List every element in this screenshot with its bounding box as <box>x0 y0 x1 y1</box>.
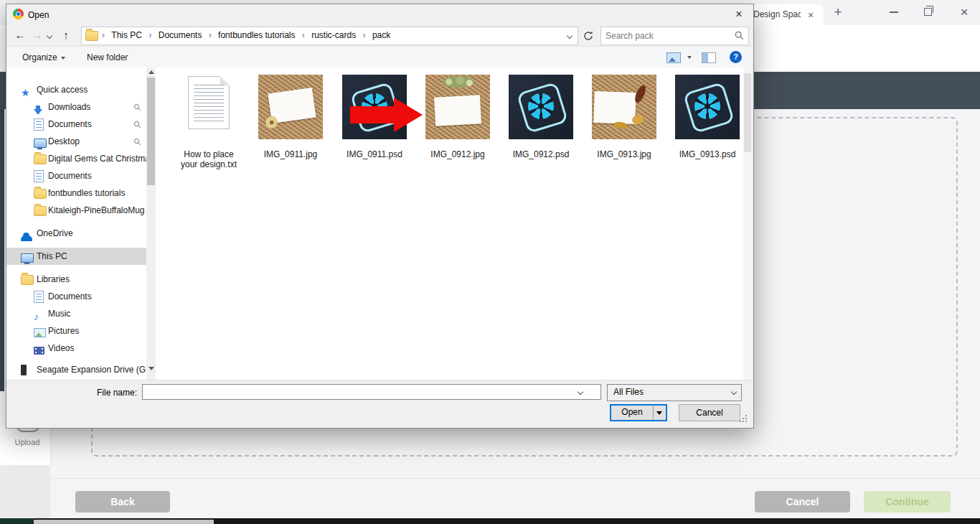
nav-forward-icon[interactable]: → <box>29 27 45 43</box>
breadcrumb-documents[interactable]: Documents <box>156 30 205 40</box>
view-caret-icon[interactable] <box>687 56 692 59</box>
sidebar-item-kitaleigh[interactable]: Kitaleigh-PineBuffaloMug <box>6 202 146 219</box>
file-label: IMG_0913.jpg <box>584 149 664 159</box>
sidebar-item-music[interactable]: ♪ Music <box>6 305 146 322</box>
sidebar-item-libraries[interactable]: Libraries <box>6 271 146 288</box>
navigation-scrollbar[interactable] <box>146 67 156 380</box>
breadcrumb: › This PC › Documents › fontbundles tuto… <box>100 30 393 42</box>
sidebar-item-fontbundles-tutorials[interactable]: fontbundles tutorials <box>6 184 146 202</box>
file-label: IMG_0913.psd <box>667 149 748 159</box>
footer-divider <box>50 478 980 479</box>
file-item-img0912-jpg[interactable]: IMG_0912.jpg <box>418 75 498 218</box>
scrollbar-thumb[interactable] <box>744 73 751 152</box>
sidebar-item-onedrive[interactable]: OneDrive <box>6 225 146 242</box>
help-icon[interactable]: ? <box>730 51 742 63</box>
file-item-img0911-psd[interactable]: IMG_0911.psd <box>334 75 415 218</box>
dialog-cancel-button[interactable]: Cancel <box>679 404 740 421</box>
window-minimize-icon[interactable] <box>890 11 898 13</box>
folder-icon <box>34 153 47 167</box>
red-arrow-annotation <box>350 106 394 123</box>
file-item-img0913-jpg[interactable]: IMG_0913.jpg <box>584 75 664 218</box>
pin-icon <box>133 103 141 111</box>
sidebar-item-desktop[interactable]: Desktop <box>6 133 146 150</box>
recent-locations-chevron-icon[interactable] <box>47 33 52 39</box>
sidebar-item-quick-access[interactable]: ★ Quick access <box>6 81 146 98</box>
view-thumbnails-icon[interactable] <box>666 52 681 63</box>
nav-back-icon[interactable]: ← <box>12 27 28 43</box>
resize-grip[interactable] <box>745 421 747 422</box>
nav-up-icon[interactable]: ↑ <box>58 27 74 43</box>
refresh-icon[interactable] <box>580 27 596 45</box>
sidebar-item-digital-gems[interactable]: Digital Gems Cat Christmas <box>6 150 146 167</box>
upload-label[interactable]: Upload <box>4 438 50 446</box>
dialog-body: ★ Quick access Downloads Documents Deskt… <box>6 67 752 380</box>
file-item-img0911-jpg[interactable]: IMG_0911.jpg <box>250 75 331 218</box>
taskbar-segment <box>34 520 214 524</box>
dialog-close-icon[interactable]: × <box>725 4 753 24</box>
documents-icon <box>34 170 44 184</box>
continue-button[interactable]: Continue <box>864 491 951 513</box>
this-pc-icon <box>21 251 34 265</box>
file-name-label: File name: <box>90 388 137 398</box>
file-label: IMG_0911.psd <box>334 149 415 159</box>
breadcrumb-rustic-cards[interactable]: rustic-cards <box>308 30 359 40</box>
sidebar-item-documents[interactable]: Documents <box>6 116 146 133</box>
breadcrumb-sep-icon: › <box>100 30 106 40</box>
chrome-logo-icon <box>13 9 24 19</box>
navigation-pane: ★ Quick access Downloads Documents Deskt… <box>6 67 146 380</box>
file-type-select[interactable]: All Files <box>607 384 742 401</box>
tab-close-icon[interactable]: × <box>804 8 818 22</box>
breadcrumb-sep-icon: › <box>207 30 213 40</box>
sidebar-item-downloads[interactable]: Downloads <box>6 98 146 116</box>
scrollbar-thumb[interactable] <box>147 78 155 185</box>
cancel-button[interactable]: Cancel <box>755 491 850 513</box>
address-dropdown-chevron-icon[interactable] <box>567 33 573 39</box>
sidebar-item-library-documents[interactable]: Documents <box>6 288 146 305</box>
pin-icon <box>133 138 141 145</box>
new-folder-button[interactable]: New folder <box>87 52 128 62</box>
window-restore-icon[interactable] <box>924 8 932 16</box>
sidebar-item-this-pc[interactable]: This PC <box>6 248 146 265</box>
new-tab-button[interactable]: + <box>829 3 847 22</box>
taskbar-segment <box>0 518 34 524</box>
open-caret-icon[interactable] <box>656 411 662 415</box>
photo-thumbnail <box>592 75 656 139</box>
windows-taskbar <box>0 518 980 524</box>
documents-icon <box>34 118 44 133</box>
file-item-img0912-psd[interactable]: IMG_0912.psd <box>501 75 581 218</box>
videos-icon <box>34 342 44 357</box>
preview-pane-icon[interactable] <box>702 52 716 63</box>
back-button[interactable]: Back <box>75 491 170 513</box>
scroll-up-icon[interactable] <box>149 70 154 74</box>
breadcrumb-this-pc[interactable]: This PC <box>108 30 145 40</box>
window-close-icon[interactable]: × <box>956 2 973 22</box>
sidebar-item-pictures[interactable]: Pictures <box>6 322 146 340</box>
search-icon <box>735 31 744 40</box>
breadcrumb-fontbundles-tutorials[interactable]: fontbundles tutorials <box>215 30 298 40</box>
breadcrumb-pack[interactable]: pack <box>369 30 393 40</box>
folder-icon <box>34 205 47 219</box>
desktop-icon <box>34 136 47 150</box>
file-item-img0913-psd[interactable]: IMG_0913.psd <box>667 75 748 218</box>
scroll-down-icon[interactable] <box>149 367 154 370</box>
onedrive-icon <box>21 228 32 242</box>
folder-icon <box>34 187 47 202</box>
music-icon: ♪ <box>34 308 39 322</box>
search-input[interactable] <box>604 29 729 43</box>
address-folder-icon <box>85 31 98 43</box>
file-item-txt[interactable]: How to place your design.txt <box>169 75 249 218</box>
file-list-scrollbar[interactable] <box>743 67 752 380</box>
browser-tab[interactable]: Design Spac × <box>748 4 824 25</box>
open-file-dialog: Open × ← → ↑ › This PC › Documents › fon… <box>6 4 754 429</box>
organize-menu[interactable]: Organize <box>22 52 65 62</box>
address-bar: › This PC › Documents › fontbundles tuto… <box>81 27 578 45</box>
photo-thumbnail <box>425 75 490 139</box>
sidebar-item-documents-2[interactable]: Documents <box>6 167 146 184</box>
breadcrumb-sep-icon: › <box>301 30 306 40</box>
open-button[interactable]: Open <box>610 404 667 421</box>
sidebar-item-videos[interactable]: Videos <box>6 340 146 357</box>
file-name-input[interactable] <box>142 384 601 400</box>
sidebar-item-seagate-drive[interactable]: Seagate Expansion Drive (G:) <box>6 361 146 378</box>
breadcrumb-sep-icon: › <box>362 30 367 40</box>
pin-icon <box>133 121 141 128</box>
